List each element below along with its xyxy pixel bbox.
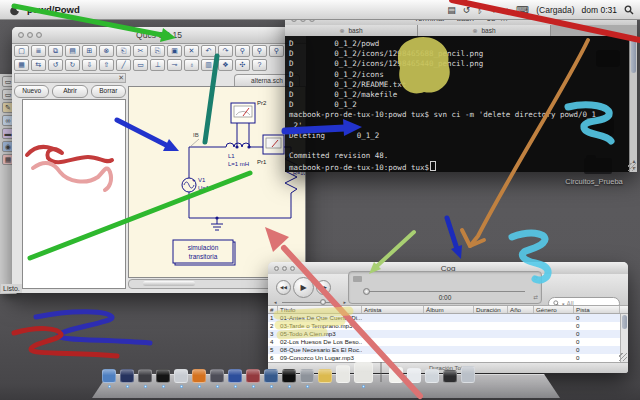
active-app-menu[interactable]: powd/Powd bbox=[27, 4, 80, 15]
dock-item[interactable] bbox=[228, 369, 242, 388]
resize-grip[interactable] bbox=[628, 163, 636, 171]
dock-item[interactable] bbox=[336, 365, 350, 388]
qucs-toolbar-button[interactable]: ↶ bbox=[201, 45, 216, 57]
stack-icon[interactable] bbox=[425, 369, 439, 383]
display-icon[interactable]: ▤ bbox=[447, 5, 456, 15]
document-icon[interactable] bbox=[407, 368, 421, 383]
document-icon[interactable] bbox=[389, 367, 403, 383]
dock-item[interactable] bbox=[389, 367, 403, 388]
qucs-toolbar-button[interactable]: ✕ bbox=[184, 45, 199, 57]
dock-item[interactable] bbox=[354, 362, 373, 388]
firefox-icon[interactable] bbox=[192, 369, 206, 383]
dock-item[interactable] bbox=[246, 369, 260, 388]
paper-icon[interactable] bbox=[336, 365, 350, 383]
qucs-toolbar-button[interactable]: ⇧ bbox=[99, 59, 114, 71]
ground-symbol[interactable] bbox=[211, 224, 223, 230]
dock-item[interactable] bbox=[407, 368, 421, 388]
delete-project-button[interactable]: Borrar bbox=[91, 85, 126, 98]
scrollbar-thumb[interactable] bbox=[622, 315, 627, 329]
dock-item[interactable] bbox=[210, 369, 224, 388]
cube-app-icon[interactable] bbox=[264, 369, 278, 383]
desktop-folder-label[interactable]: Circuitos_Prueba bbox=[548, 177, 640, 186]
dock-item[interactable] bbox=[282, 369, 296, 388]
qucs-toolbar-button[interactable]: ↻ bbox=[65, 59, 80, 71]
qucs-toolbar-button[interactable]: ⊸ bbox=[167, 59, 182, 71]
column-header-ttulo[interactable]: Título bbox=[278, 306, 362, 313]
seek-track[interactable] bbox=[365, 291, 525, 292]
qucs-toolbar-button[interactable]: ▦ bbox=[14, 59, 29, 71]
menu-clock[interactable]: dom 0:31 bbox=[582, 5, 617, 15]
scrollbar-thumb[interactable] bbox=[631, 39, 636, 73]
qucs-toolbar-button[interactable]: ⇆ bbox=[31, 59, 46, 71]
close-panel-icon[interactable]: ✕ bbox=[118, 74, 124, 82]
qucs-toolbar-button[interactable]: ⊥ bbox=[150, 59, 165, 71]
qucs-toolbar-button[interactable]: ≣ bbox=[31, 45, 46, 57]
play-button[interactable]: ▶ bbox=[293, 277, 314, 298]
qucs-toolbar-button[interactable]: ▢ bbox=[14, 45, 29, 57]
qucs-toolbar-button[interactable]: ▤ bbox=[65, 45, 80, 57]
dark-app-icon[interactable] bbox=[210, 369, 224, 383]
terminal-output[interactable]: D 0_1_2/powdD 0_1_2/icons/1298465688_pen… bbox=[285, 36, 629, 172]
qucs-toolbar-button[interactable]: ⎘ bbox=[150, 45, 165, 57]
qucs-toolbar-button[interactable]: ⚲ bbox=[252, 45, 267, 57]
next-track-button[interactable]: ▶▶ bbox=[316, 280, 331, 295]
qucs-toolbar-button[interactable]: ❖ bbox=[218, 59, 233, 71]
playlist-row[interactable]: 402-Los Huesos De Los Beso...0 bbox=[268, 338, 620, 346]
spotlight-icon[interactable] bbox=[624, 5, 634, 15]
dock-item[interactable] bbox=[156, 369, 170, 388]
dock-item[interactable] bbox=[102, 369, 116, 388]
qucs-toolbar-button[interactable]: ⧉ bbox=[48, 45, 63, 57]
qucs-toolbar-button[interactable]: ↷ bbox=[218, 45, 233, 57]
gray-app-icon[interactable] bbox=[174, 369, 188, 383]
display-app-icon[interactable] bbox=[120, 369, 134, 383]
resize-grip[interactable] bbox=[619, 353, 627, 361]
close-tab-icon[interactable]: ⊗ bbox=[339, 27, 344, 34]
column-header-pista[interactable]: Pista bbox=[574, 306, 620, 313]
dock-item[interactable] bbox=[461, 366, 475, 388]
tab-bash-2[interactable]: ⊗bash bbox=[418, 25, 551, 36]
dock-item[interactable] bbox=[174, 369, 188, 388]
column-header-gnero[interactable]: Género bbox=[534, 306, 574, 313]
repeat-icon[interactable]: ⟳ bbox=[533, 275, 538, 281]
qucs-title-bar[interactable]: Qucs 0.0.15 bbox=[12, 27, 306, 44]
column-header-lbum[interactable]: Álbum bbox=[424, 306, 474, 313]
column-header-ao[interactable]: Año bbox=[508, 306, 534, 313]
previous-track-button[interactable]: ◀◀ bbox=[276, 280, 291, 295]
terminal-app-icon[interactable] bbox=[156, 369, 170, 383]
battery-status[interactable]: (Cargada) bbox=[536, 5, 574, 15]
qucs-toolbar-button[interactable]: ⎗ bbox=[116, 45, 131, 57]
qucs-toolbar-button[interactable]: ↺ bbox=[48, 59, 63, 71]
column-header-duracin[interactable]: Duración bbox=[474, 306, 508, 313]
x11-icon[interactable] bbox=[228, 369, 242, 383]
playlist-row[interactable]: 203-Tarde o Temprano.mp30 bbox=[268, 322, 620, 330]
trash-icon[interactable] bbox=[461, 366, 475, 383]
qucs-toolbar-button[interactable]: ⊞ bbox=[82, 45, 97, 57]
dock-item[interactable] bbox=[120, 369, 134, 388]
qucs-toolbar-button[interactable]: ⊗ bbox=[99, 45, 114, 57]
dock-item[interactable] bbox=[318, 369, 332, 388]
silver-app-icon[interactable] bbox=[300, 369, 314, 383]
screen-app-icon[interactable] bbox=[282, 369, 296, 383]
schematic-canvas[interactable]: Pr2 Pr1 IB L1 L=1 mH + V1 U=1 V R=10 Ohm… bbox=[128, 86, 306, 278]
column-header-#[interactable]: # bbox=[268, 306, 278, 313]
red-app-icon[interactable] bbox=[246, 369, 260, 383]
dock-item[interactable] bbox=[264, 369, 278, 388]
scrollbar-thumb[interactable] bbox=[143, 281, 195, 286]
qucs-toolbar-button[interactable]: ✂ bbox=[133, 45, 148, 57]
qucs-toolbar-button[interactable]: ╱ bbox=[116, 59, 131, 71]
dark-box-icon[interactable] bbox=[443, 370, 457, 383]
qucs-toolbar-button[interactable]: ⚲ bbox=[235, 45, 250, 57]
shuffle-icon[interactable]: ⇄ bbox=[533, 294, 538, 300]
yellow-folder-icon[interactable] bbox=[318, 369, 332, 383]
dock-item[interactable] bbox=[443, 370, 457, 388]
bluetooth-icon[interactable]: ᛒ bbox=[477, 5, 482, 15]
dock-item[interactable] bbox=[300, 369, 314, 388]
qucs-toolbar-button[interactable]: ⚲ bbox=[269, 45, 284, 57]
playlist-row[interactable]: 305-Todo A Cien.mp30 bbox=[268, 330, 620, 338]
time-machine-icon[interactable]: ↺ bbox=[463, 5, 471, 15]
playlist-row[interactable]: 101-Antes De Que Cuente Di...0 bbox=[268, 314, 620, 322]
globe-app-icon[interactable] bbox=[138, 369, 152, 383]
open-project-button[interactable]: Abrir bbox=[52, 85, 87, 98]
qucs-toolbar-button[interactable]: ▣ bbox=[167, 45, 182, 57]
volume-icon[interactable]: ♪ bbox=[505, 5, 510, 15]
